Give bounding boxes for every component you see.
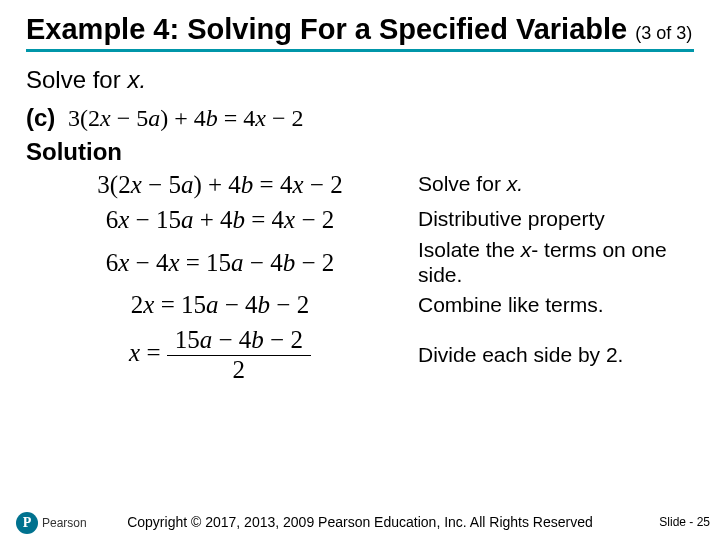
prompt-prefix: Solve for bbox=[26, 66, 127, 93]
eq-var: x bbox=[255, 105, 266, 131]
eq-seg: = 4 bbox=[218, 105, 256, 131]
title-pager: (3 of 3) bbox=[635, 23, 692, 43]
copyright: Copyright © 2017, 2013, 2009 Pearson Edu… bbox=[127, 514, 593, 530]
step-explain: Combine like terms. bbox=[414, 293, 694, 318]
step-explain: Solve for x. bbox=[414, 172, 694, 197]
eq-seg: − 5 bbox=[111, 105, 149, 131]
step-row: 3(2x − 5a) + 4b = 4x − 2 Solve for x. bbox=[26, 168, 694, 202]
prompt-var: x. bbox=[127, 66, 146, 93]
part-line: (c) 3(2x − 5a) + 4b = 4x − 2 bbox=[26, 104, 694, 132]
slide-number: Slide - 25 bbox=[659, 515, 710, 529]
part-label: (c) bbox=[26, 104, 55, 131]
solution-label: Solution bbox=[26, 138, 694, 166]
footer: Copyright © 2017, 2013, 2009 Pearson Edu… bbox=[0, 514, 720, 530]
step-row: x = 15a − 4b − 22 Divide each side by 2. bbox=[26, 323, 694, 388]
step-equation: 6x − 4x = 15a − 4b − 2 bbox=[26, 246, 414, 280]
part-equation: 3(2x − 5a) + 4b = 4x − 2 bbox=[68, 105, 303, 131]
step-explain: Distributive property bbox=[414, 207, 694, 232]
step-row: 2x = 15a − 4b − 2 Combine like terms. bbox=[26, 288, 694, 322]
step-equation: 2x = 15a − 4b − 2 bbox=[26, 288, 414, 322]
slide-title: Example 4: Solving For a Specified Varia… bbox=[26, 12, 694, 52]
step-equation: 3(2x − 5a) + 4b = 4x − 2 bbox=[26, 168, 414, 202]
prompt: Solve for x. bbox=[26, 66, 694, 94]
solution-steps: 3(2x − 5a) + 4b = 4x − 2 Solve for x. 6x… bbox=[26, 168, 694, 388]
eq-seg: − 2 bbox=[266, 105, 304, 131]
eq-var: x bbox=[100, 105, 111, 131]
step-explain: Divide each side by 2. bbox=[414, 343, 694, 368]
title-main: Example 4: Solving For a Specified Varia… bbox=[26, 13, 627, 45]
step-equation: x = 15a − 4b − 22 bbox=[26, 323, 414, 388]
eq-seg: 3(2 bbox=[68, 105, 100, 131]
eq-seg: ) + 4 bbox=[160, 105, 206, 131]
step-row: 6x − 15a + 4b = 4x − 2 Distributive prop… bbox=[26, 203, 694, 237]
step-row: 6x − 4x = 15a − 4b − 2 Isolate the x- te… bbox=[26, 238, 694, 288]
slide: Example 4: Solving For a Specified Varia… bbox=[0, 0, 720, 540]
step-equation: 6x − 15a + 4b = 4x − 2 bbox=[26, 203, 414, 237]
step-explain: Isolate the x- terms on one side. bbox=[414, 238, 694, 288]
eq-var: a bbox=[148, 105, 160, 131]
eq-var: b bbox=[206, 105, 218, 131]
